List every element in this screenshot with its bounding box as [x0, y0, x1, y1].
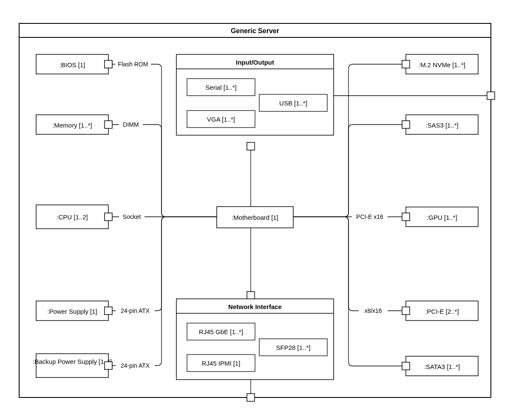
bios-port-icon: [105, 60, 112, 68]
m2-port-icon: [402, 60, 410, 68]
node-gpu-label: :GPU [1..*]: [427, 214, 457, 221]
node-psu: :Power Supply [1]: [36, 301, 112, 321]
diagram-canvas: Generic Server :BIOS [1] Flash ROM :Memo…: [0, 0, 510, 420]
node-bpsu: :Backup Power Supply [1..*]: [33, 354, 112, 377]
net-port-icon: [247, 292, 255, 299]
io-port-icon: [247, 142, 255, 150]
sata-port-icon: [402, 362, 410, 370]
svg-rect-10: [36, 354, 108, 377]
group-io: Input/Output Serial [1..*] USB [1..*] VG…: [176, 54, 334, 135]
node-vga-label: VGA [1..*]: [207, 116, 235, 123]
node-m2-label: :M.2 NVMe [1..*]: [419, 61, 465, 68]
node-pcie-label: :PCI-E [2..*]: [425, 308, 459, 315]
node-bios-label: :BIOS [1]: [60, 61, 85, 68]
bpsu-port-icon: [105, 362, 112, 369]
cpu-port-icon: [105, 213, 112, 221]
node-sas3: :SAS3 [1..*]: [402, 115, 478, 134]
sas3-port-icon: [402, 121, 410, 128]
node-serial-label: Serial [1..*]: [205, 84, 236, 91]
node-memory: :Memory [1..*]: [36, 115, 112, 134]
psu-port-icon: [105, 307, 112, 315]
group-network-title: Network Interface: [228, 303, 282, 310]
edge-pcie-label: x8/x16: [364, 307, 382, 314]
node-motherboard: :Motherboard [1]: [217, 207, 293, 228]
node-rj45gbe-label: RJ45 GbE [1..*]: [199, 328, 243, 335]
node-memory-label: :Memory [1..*]: [52, 122, 92, 129]
node-motherboard-label: :Motherboard [1]: [232, 214, 278, 221]
frame-network-port-icon: [247, 394, 255, 401]
edge-cpu-label: Socket: [123, 213, 141, 220]
frame-io-port-icon: [487, 92, 495, 99]
edge-psu-label: 24-pin ATX: [121, 307, 150, 314]
pcie-port-icon: [402, 307, 410, 315]
group-network: Network Interface RJ45 GbE [1..*] SFP28 …: [176, 299, 334, 380]
node-usb-label: USB [1..*]: [279, 99, 307, 107]
node-bpsu-label: :Backup Power Supply [1..*]: [33, 358, 112, 365]
node-cpu-label: :CPU [1..2]: [57, 213, 88, 221]
node-psu-label: :Power Supply [1]: [47, 308, 97, 315]
node-bios: :BIOS [1]: [36, 54, 112, 74]
frame-title: Generic Server: [231, 27, 279, 34]
node-rj45ipmi-label: RJ45 IPMI [1]: [202, 360, 241, 367]
edge-bpsu-label: 24-pin ATX: [121, 362, 150, 369]
node-m2: :M.2 NVMe [1..*]: [402, 54, 478, 74]
edge-bios-label: Flash ROM: [118, 61, 148, 68]
node-sata: :SATA3 [1..*]: [402, 356, 478, 376]
node-pcie: :PCI-E [2..*]: [402, 301, 478, 321]
node-cpu: :CPU [1..2]: [36, 205, 112, 229]
node-gpu: :GPU [1..*]: [402, 207, 478, 227]
edge-gpu-label: PCI-E x16: [356, 213, 383, 220]
gpu-port-icon: [402, 213, 410, 221]
group-io-title: Input/Output: [236, 59, 274, 66]
node-sfp28-label: SFP28 [1..*]: [276, 344, 311, 351]
node-sas3-label: :SAS3 [1..*]: [425, 122, 459, 129]
memory-port-icon: [105, 121, 112, 128]
node-sata-label: :SATA3 [1..*]: [424, 363, 460, 370]
edge-memory-label: DIMM: [123, 121, 139, 128]
